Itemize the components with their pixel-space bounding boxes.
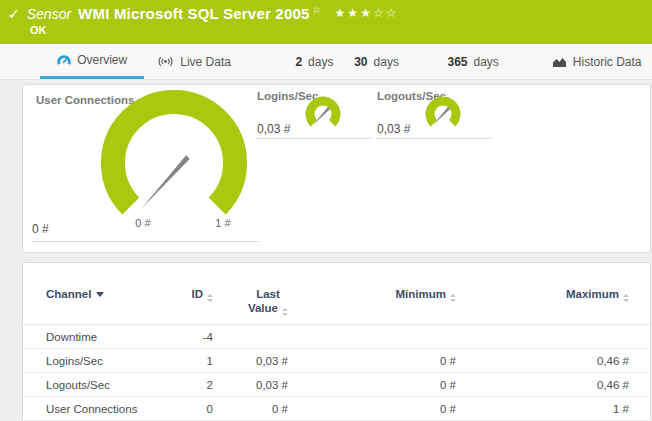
tab-365-days[interactable]: 365 days (445, 44, 501, 79)
column-header-channel-label: Channel (46, 288, 91, 300)
priority-stars[interactable]: ★★★☆☆ (335, 6, 399, 20)
channel-id: 1 (178, 349, 213, 373)
column-header-maximum[interactable]: Maximum (456, 263, 629, 325)
column-header-channel[interactable]: Channel (23, 263, 178, 325)
sensor-title: WMI Microsoft SQL Server 2005 (78, 5, 309, 22)
sensor-status-text: OK (30, 24, 47, 36)
sort-icon (450, 294, 456, 302)
content-area: User Connections 0 # 1 # 0 # Logins/Sec … (0, 80, 652, 421)
gauge-needle (141, 155, 190, 209)
channels-panel: Channel ID Last Value Minimum Maximum (22, 262, 651, 421)
channel-id: -4 (178, 325, 213, 349)
channel-minimum (288, 325, 456, 349)
sort-icon (623, 294, 629, 302)
channel-name: User Connections (23, 397, 178, 421)
channel-name: Logins/Sec (23, 349, 178, 373)
logouts-value: 0,03 # (377, 122, 410, 136)
tab-2-days-number: 2 (295, 55, 302, 69)
column-header-id[interactable]: ID (178, 263, 213, 325)
tab-live-data[interactable]: Live Data (152, 44, 235, 79)
live-signal-icon (157, 55, 174, 68)
logins-gauge-widget: Logins/Sec 0,03 # (256, 88, 371, 140)
column-header-maximum-label: Maximum (566, 288, 619, 300)
channel-minimum: 0 # (288, 373, 456, 397)
flag-icon[interactable]: ⚐ (313, 6, 321, 16)
area-chart-icon (552, 56, 567, 68)
channel-maximum: 0,46 # (456, 349, 629, 373)
ok-check-icon: ✓ (8, 6, 20, 22)
tab-365-days-number: 365 (447, 55, 467, 69)
tab-overview[interactable]: Overview (40, 44, 144, 79)
column-header-minimum-label: Minimum (396, 288, 446, 300)
tab-live-data-label: Live Data (180, 55, 231, 69)
table-row[interactable]: User Connections 0 0 # 0 # 1 # (23, 397, 651, 421)
channel-id: 2 (178, 373, 213, 397)
row-spacer (629, 397, 651, 421)
main-gauge-scale-max: 1 # (203, 217, 243, 229)
row-spacer (629, 325, 651, 349)
logins-gauge (301, 95, 345, 133)
logouts-gauge-widget: Logouts/Sec 0,03 # (376, 88, 491, 140)
sort-caret-icon (96, 292, 104, 297)
logouts-gauge (421, 95, 465, 133)
sort-icon (207, 294, 213, 302)
column-header-id-label: ID (192, 288, 204, 300)
channel-maximum: 0,46 # (456, 373, 629, 397)
column-header-last-label: Last (256, 288, 280, 300)
channel-last-value (213, 325, 288, 349)
channel-minimum: 0 # (288, 397, 456, 421)
column-header-spacer (629, 263, 651, 325)
logins-baseline (256, 138, 371, 139)
user-connections-gauge (59, 87, 289, 237)
sensor-kind-label: Sensor (27, 6, 71, 22)
table-row[interactable]: Downtime -4 (23, 325, 651, 349)
table-row[interactable]: Logouts/Sec 2 0,03 # 0 # 0,46 # (23, 373, 651, 397)
row-spacer (629, 349, 651, 373)
tab-historic-data[interactable]: Historic Data (541, 44, 652, 79)
tab-2-days[interactable]: 2 days (291, 44, 338, 79)
main-gauge-scale-min: 0 # (123, 217, 163, 229)
main-gauge-baseline (31, 241, 259, 242)
logins-value: 0,03 # (257, 122, 290, 136)
gauges-panel: User Connections 0 # 1 # 0 # Logins/Sec … (22, 84, 651, 253)
column-header-minimum[interactable]: Minimum (288, 263, 456, 325)
channels-table: Channel ID Last Value Minimum Maximum (23, 263, 651, 421)
channel-last-value: 0,03 # (213, 349, 288, 373)
gauge-icon (57, 54, 71, 66)
table-row[interactable]: Logins/Sec 1 0,03 # 0 # 0,46 # (23, 349, 651, 373)
channel-last-value: 0,03 # (213, 373, 288, 397)
row-spacer (629, 373, 651, 397)
tab-2-days-label: days (308, 55, 333, 69)
sort-icon (282, 308, 288, 316)
tab-30-days-number: 30 (354, 55, 367, 69)
tab-365-days-label: days (474, 55, 499, 69)
sensor-status-bar: ✓ Sensor WMI Microsoft SQL Server 2005 ⚐… (0, 0, 652, 44)
channel-last-value: 0 # (213, 397, 288, 421)
tab-30-days-label: days (374, 55, 399, 69)
column-header-last-value[interactable]: Last Value (213, 263, 288, 325)
table-header-row: Channel ID Last Value Minimum Maximum (23, 263, 651, 325)
tab-overview-label: Overview (77, 53, 127, 67)
main-gauge-value: 0 # (32, 222, 49, 236)
channel-minimum: 0 # (288, 349, 456, 373)
tab-historic-data-label: Historic Data (573, 55, 642, 69)
channel-maximum (456, 325, 629, 349)
channel-name: Downtime (23, 325, 178, 349)
channel-maximum: 1 # (456, 397, 629, 421)
channel-id: 0 (178, 397, 213, 421)
tab-30-days[interactable]: 30 days (352, 44, 401, 79)
tab-bar: Overview Live Data 2 days 30 days 365 da… (0, 44, 652, 80)
channel-name: Logouts/Sec (23, 373, 178, 397)
logouts-baseline (376, 138, 491, 139)
column-header-value-label: Value (248, 302, 278, 314)
